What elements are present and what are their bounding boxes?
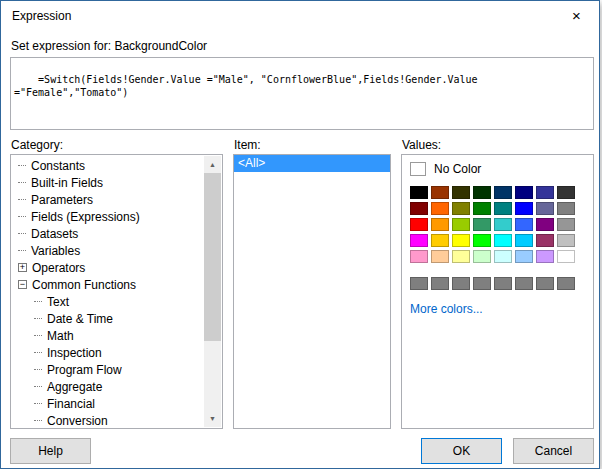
- tree-item-label: Constants: [31, 159, 85, 173]
- color-swatch[interactable]: [452, 218, 470, 231]
- tree-item[interactable]: Aggregate: [14, 379, 203, 396]
- tree-connector: [18, 233, 26, 234]
- expression-input[interactable]: =Switch(Fields!Gender.Value ="Male", "Co…: [10, 57, 594, 130]
- tree-item[interactable]: Parameters: [14, 192, 203, 209]
- tree-connector: [34, 420, 42, 421]
- color-swatch[interactable]: [536, 186, 554, 199]
- help-button[interactable]: Help: [10, 438, 91, 464]
- more-colors-link[interactable]: More colors...: [410, 302, 483, 316]
- tree-item[interactable]: Variables: [14, 243, 203, 260]
- scrollbar-thumb[interactable]: [204, 173, 221, 341]
- values-box: No Color More colors...: [401, 154, 594, 429]
- color-swatch[interactable]: [473, 202, 491, 215]
- tree-item-label: Financial: [47, 397, 95, 411]
- color-swatch[interactable]: [410, 218, 428, 231]
- scrollbar-down-icon[interactable]: ▼: [204, 410, 221, 427]
- color-swatch[interactable]: [557, 250, 575, 263]
- category-tree: ConstantsBuilt-in FieldsParametersFields…: [14, 158, 203, 426]
- color-swatch[interactable]: [515, 202, 533, 215]
- ok-button[interactable]: OK: [421, 438, 502, 464]
- tree-item-label: Program Flow: [47, 363, 122, 377]
- color-swatch[interactable]: [557, 277, 575, 290]
- color-swatch[interactable]: [431, 186, 449, 199]
- color-swatch[interactable]: [536, 202, 554, 215]
- color-swatch[interactable]: [410, 202, 428, 215]
- color-swatch[interactable]: [515, 234, 533, 247]
- tree-item[interactable]: Conversion: [14, 413, 203, 426]
- color-swatch[interactable]: [431, 277, 449, 290]
- set-expression-label: Set expression for: BackgroundColor: [11, 39, 207, 53]
- color-swatch[interactable]: [431, 250, 449, 263]
- tree-item[interactable]: Fields (Expressions): [14, 209, 203, 226]
- color-swatch[interactable]: [410, 234, 428, 247]
- color-swatch[interactable]: [431, 234, 449, 247]
- color-swatch[interactable]: [536, 250, 554, 263]
- color-swatch[interactable]: [431, 218, 449, 231]
- tree-item[interactable]: Math: [14, 328, 203, 345]
- tree-item[interactable]: Financial: [14, 396, 203, 413]
- tree-item-label: Variables: [31, 244, 80, 258]
- tree-item[interactable]: Text: [14, 294, 203, 311]
- collapse-icon[interactable]: −: [18, 280, 27, 289]
- expand-icon[interactable]: +: [18, 263, 27, 272]
- color-swatch[interactable]: [473, 234, 491, 247]
- color-swatch[interactable]: [557, 186, 575, 199]
- titlebar[interactable]: Expression ×: [1, 1, 599, 31]
- color-swatch[interactable]: [473, 250, 491, 263]
- tree-connector: [34, 335, 42, 336]
- color-swatch[interactable]: [410, 186, 428, 199]
- color-swatch[interactable]: [452, 277, 470, 290]
- tree-item-label: Inspection: [47, 346, 102, 360]
- color-swatch[interactable]: [494, 186, 512, 199]
- color-swatch[interactable]: [494, 277, 512, 290]
- tree-connector: [18, 182, 26, 183]
- color-swatch[interactable]: [494, 218, 512, 231]
- color-swatch[interactable]: [515, 218, 533, 231]
- color-swatch[interactable]: [452, 186, 470, 199]
- color-swatch[interactable]: [452, 234, 470, 247]
- color-swatch[interactable]: [473, 277, 491, 290]
- color-swatch[interactable]: [515, 186, 533, 199]
- tree-item-label: Common Functions: [32, 278, 136, 292]
- tree-connector: [34, 403, 42, 404]
- tree-item[interactable]: Constants: [14, 158, 203, 175]
- color-swatch[interactable]: [473, 186, 491, 199]
- tree-item[interactable]: Date & Time: [14, 311, 203, 328]
- color-swatch[interactable]: [473, 218, 491, 231]
- color-swatch[interactable]: [557, 234, 575, 247]
- tree-item[interactable]: Program Flow: [14, 362, 203, 379]
- tree-item[interactable]: −Common Functions: [14, 277, 203, 294]
- tree-connector: [18, 199, 26, 200]
- color-swatch[interactable]: [515, 250, 533, 263]
- color-swatch[interactable]: [515, 277, 533, 290]
- color-swatch[interactable]: [536, 234, 554, 247]
- tree-item[interactable]: +Operators: [14, 260, 203, 277]
- color-swatch[interactable]: [557, 202, 575, 215]
- color-swatch[interactable]: [431, 202, 449, 215]
- tree-item[interactable]: Built-in Fields: [14, 175, 203, 192]
- color-swatch[interactable]: [494, 202, 512, 215]
- no-color-option[interactable]: No Color: [410, 162, 481, 176]
- tree-connector: [18, 250, 26, 251]
- tree-connector: [18, 216, 26, 217]
- tree-item[interactable]: Inspection: [14, 345, 203, 362]
- category-scrollbar[interactable]: ▲ ▼: [204, 156, 221, 427]
- window-title: Expression: [12, 9, 71, 23]
- color-swatch[interactable]: [452, 250, 470, 263]
- scrollbar-up-icon[interactable]: ▲: [204, 156, 221, 173]
- color-swatch[interactable]: [536, 277, 554, 290]
- tree-item[interactable]: Datasets: [14, 226, 203, 243]
- cancel-button[interactable]: Cancel: [513, 438, 594, 464]
- color-swatch[interactable]: [410, 250, 428, 263]
- color-swatch[interactable]: [452, 202, 470, 215]
- item-list-row[interactable]: <All>: [234, 155, 390, 172]
- color-swatch[interactable]: [557, 218, 575, 231]
- close-icon[interactable]: ×: [554, 1, 599, 31]
- no-color-swatch: [410, 162, 426, 176]
- tree-connector: [34, 369, 42, 370]
- expression-dialog: Expression × Set expression for: Backgro…: [0, 0, 600, 469]
- color-swatch[interactable]: [410, 277, 428, 290]
- color-swatch[interactable]: [536, 218, 554, 231]
- color-swatch[interactable]: [494, 250, 512, 263]
- color-swatch[interactable]: [494, 234, 512, 247]
